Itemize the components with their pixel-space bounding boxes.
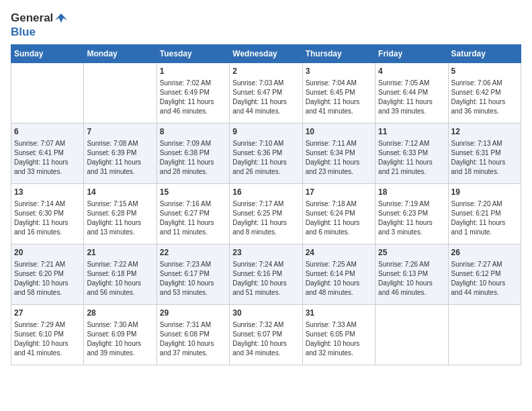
logo-blue-text: Blue (11, 26, 36, 39)
day-number: 9 (232, 126, 299, 138)
day-info: Sunrise: 7:22 AM Sunset: 6:18 PM Dayligh… (87, 260, 153, 298)
day-number: 10 (306, 126, 372, 138)
column-header-wednesday: Wednesday (230, 45, 302, 63)
calendar-week-row: 20Sunrise: 7:21 AM Sunset: 6:20 PM Dayli… (11, 244, 521, 305)
day-number: 30 (232, 308, 299, 319)
day-number: 15 (160, 187, 226, 198)
day-number: 12 (451, 126, 518, 138)
day-number: 1 (160, 66, 226, 77)
day-info: Sunrise: 7:14 AM Sunset: 6:30 PM Dayligh… (14, 199, 81, 237)
day-info: Sunrise: 7:21 AM Sunset: 6:20 PM Dayligh… (14, 260, 81, 298)
column-header-friday: Friday (375, 45, 448, 63)
calendar-cell (84, 63, 157, 124)
page-header: General Blue (11, 11, 521, 39)
day-number: 3 (306, 66, 372, 77)
calendar-cell: 23Sunrise: 7:24 AM Sunset: 6:16 PM Dayli… (230, 244, 302, 305)
calendar-cell: 3Sunrise: 7:04 AM Sunset: 6:45 PM Daylig… (302, 63, 375, 124)
calendar-cell: 16Sunrise: 7:17 AM Sunset: 6:25 PM Dayli… (230, 184, 302, 244)
calendar-cell: 9Sunrise: 7:10 AM Sunset: 6:36 PM Daylig… (230, 124, 302, 184)
day-info: Sunrise: 7:17 AM Sunset: 6:25 PM Dayligh… (232, 199, 299, 237)
day-number: 4 (378, 66, 445, 77)
column-header-sunday: Sunday (11, 45, 84, 63)
day-number: 27 (14, 308, 81, 319)
calendar-cell: 27Sunrise: 7:29 AM Sunset: 6:10 PM Dayli… (11, 305, 84, 365)
calendar-table: SundayMondayTuesdayWednesdayThursdayFrid… (11, 44, 521, 365)
day-info: Sunrise: 7:03 AM Sunset: 6:47 PM Dayligh… (232, 79, 299, 116)
day-info: Sunrise: 7:04 AM Sunset: 6:45 PM Dayligh… (306, 79, 372, 116)
calendar-cell: 28Sunrise: 7:30 AM Sunset: 6:09 PM Dayli… (84, 305, 157, 365)
day-number: 20 (14, 247, 81, 259)
day-number: 28 (87, 308, 153, 319)
calendar-cell: 6Sunrise: 7:07 AM Sunset: 6:41 PM Daylig… (11, 124, 84, 184)
day-number: 11 (378, 126, 445, 138)
day-number: 22 (160, 247, 226, 259)
day-info: Sunrise: 7:19 AM Sunset: 6:23 PM Dayligh… (378, 199, 445, 237)
day-info: Sunrise: 7:18 AM Sunset: 6:24 PM Dayligh… (306, 199, 372, 237)
calendar-header-row: SundayMondayTuesdayWednesdayThursdayFrid… (11, 45, 521, 63)
day-info: Sunrise: 7:07 AM Sunset: 6:41 PM Dayligh… (14, 139, 81, 177)
calendar-cell: 10Sunrise: 7:11 AM Sunset: 6:34 PM Dayli… (302, 124, 375, 184)
calendar-cell: 25Sunrise: 7:26 AM Sunset: 6:13 PM Dayli… (375, 244, 448, 305)
calendar-cell (448, 305, 521, 365)
calendar-cell: 26Sunrise: 7:27 AM Sunset: 6:12 PM Dayli… (448, 244, 521, 305)
logo-general-text: General (11, 11, 53, 25)
day-number: 16 (232, 187, 299, 198)
day-info: Sunrise: 7:12 AM Sunset: 6:33 PM Dayligh… (378, 139, 445, 177)
day-number: 14 (87, 187, 153, 198)
day-info: Sunrise: 7:32 AM Sunset: 6:07 PM Dayligh… (232, 320, 299, 358)
day-info: Sunrise: 7:30 AM Sunset: 6:09 PM Dayligh… (87, 320, 153, 358)
day-number: 26 (451, 247, 518, 259)
column-header-saturday: Saturday (448, 45, 521, 63)
day-info: Sunrise: 7:29 AM Sunset: 6:10 PM Dayligh… (14, 320, 81, 358)
day-info: Sunrise: 7:05 AM Sunset: 6:44 PM Dayligh… (378, 79, 445, 116)
day-info: Sunrise: 7:23 AM Sunset: 6:17 PM Dayligh… (160, 260, 226, 298)
calendar-week-row: 13Sunrise: 7:14 AM Sunset: 6:30 PM Dayli… (11, 184, 521, 244)
calendar-cell: 19Sunrise: 7:20 AM Sunset: 6:21 PM Dayli… (448, 184, 521, 244)
calendar-cell: 1Sunrise: 7:02 AM Sunset: 6:49 PM Daylig… (157, 63, 229, 124)
day-number: 19 (451, 187, 518, 198)
day-info: Sunrise: 7:24 AM Sunset: 6:16 PM Dayligh… (232, 260, 299, 298)
day-number: 18 (378, 187, 445, 198)
calendar-cell (375, 305, 448, 365)
calendar-cell: 31Sunrise: 7:33 AM Sunset: 6:05 PM Dayli… (302, 305, 375, 365)
calendar-cell: 29Sunrise: 7:31 AM Sunset: 6:08 PM Dayli… (157, 305, 229, 365)
day-number: 7 (87, 126, 153, 138)
calendar-cell: 15Sunrise: 7:16 AM Sunset: 6:27 PM Dayli… (157, 184, 229, 244)
calendar-week-row: 6Sunrise: 7:07 AM Sunset: 6:41 PM Daylig… (11, 124, 521, 184)
svg-marker-0 (55, 13, 67, 23)
calendar-cell: 12Sunrise: 7:13 AM Sunset: 6:31 PM Dayli… (448, 124, 521, 184)
day-info: Sunrise: 7:08 AM Sunset: 6:39 PM Dayligh… (87, 139, 153, 177)
calendar-cell (11, 63, 84, 124)
calendar-cell: 18Sunrise: 7:19 AM Sunset: 6:23 PM Dayli… (375, 184, 448, 244)
day-info: Sunrise: 7:33 AM Sunset: 6:05 PM Dayligh… (306, 320, 372, 358)
day-number: 31 (306, 308, 372, 319)
calendar-cell: 14Sunrise: 7:15 AM Sunset: 6:28 PM Dayli… (84, 184, 157, 244)
day-number: 25 (378, 247, 445, 259)
calendar-cell: 13Sunrise: 7:14 AM Sunset: 6:30 PM Dayli… (11, 184, 84, 244)
day-info: Sunrise: 7:06 AM Sunset: 6:42 PM Dayligh… (451, 79, 518, 116)
day-number: 2 (232, 66, 299, 77)
calendar-cell: 21Sunrise: 7:22 AM Sunset: 6:18 PM Dayli… (84, 244, 157, 305)
calendar-cell: 7Sunrise: 7:08 AM Sunset: 6:39 PM Daylig… (84, 124, 157, 184)
column-header-monday: Monday (84, 45, 157, 63)
day-number: 24 (306, 247, 372, 259)
day-number: 17 (306, 187, 372, 198)
day-info: Sunrise: 7:09 AM Sunset: 6:38 PM Dayligh… (160, 139, 226, 177)
calendar-cell: 8Sunrise: 7:09 AM Sunset: 6:38 PM Daylig… (157, 124, 229, 184)
day-info: Sunrise: 7:25 AM Sunset: 6:14 PM Dayligh… (306, 260, 372, 298)
calendar-cell: 30Sunrise: 7:32 AM Sunset: 6:07 PM Dayli… (230, 305, 302, 365)
logo-bird-icon (54, 11, 69, 26)
calendar-cell: 22Sunrise: 7:23 AM Sunset: 6:17 PM Dayli… (157, 244, 229, 305)
column-header-thursday: Thursday (302, 45, 375, 63)
logo: General Blue (11, 11, 69, 39)
day-info: Sunrise: 7:11 AM Sunset: 6:34 PM Dayligh… (306, 139, 372, 177)
day-info: Sunrise: 7:16 AM Sunset: 6:27 PM Dayligh… (160, 199, 226, 237)
column-header-tuesday: Tuesday (157, 45, 229, 63)
day-info: Sunrise: 7:31 AM Sunset: 6:08 PM Dayligh… (160, 320, 226, 358)
day-info: Sunrise: 7:10 AM Sunset: 6:36 PM Dayligh… (232, 139, 299, 177)
day-info: Sunrise: 7:13 AM Sunset: 6:31 PM Dayligh… (451, 139, 518, 177)
day-info: Sunrise: 7:26 AM Sunset: 6:13 PM Dayligh… (378, 260, 445, 298)
calendar-cell: 2Sunrise: 7:03 AM Sunset: 6:47 PM Daylig… (230, 63, 302, 124)
day-number: 29 (160, 308, 226, 319)
calendar-cell: 17Sunrise: 7:18 AM Sunset: 6:24 PM Dayli… (302, 184, 375, 244)
